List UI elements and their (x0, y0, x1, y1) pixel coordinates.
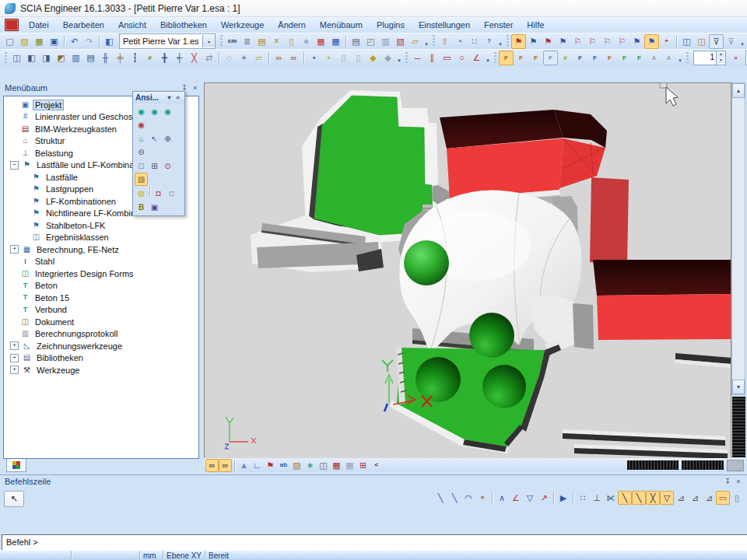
model-book-icon[interactable]: ◫ (317, 459, 330, 472)
project-data-icon[interactable]: ▤ (254, 34, 269, 49)
chevron-down-icon[interactable]: ▾ (165, 94, 174, 101)
render-fill-icon[interactable]: ▨ (290, 459, 303, 472)
collapsed-dark-toolbar-1[interactable] (627, 460, 679, 470)
snap-angle-icon[interactable]: ∧ (495, 491, 509, 505)
mesh-ball-icon[interactable]: ∗ (299, 34, 314, 49)
freeform-a1-icon[interactable]: A (647, 51, 661, 65)
table-input-icon[interactable]: ▦ (328, 34, 343, 49)
menu-bibliotheken[interactable]: Bibliotheken (153, 17, 214, 33)
loadcase-active-icon[interactable]: ⚑ (644, 34, 659, 49)
zoom-selection-icon[interactable]: ⊙ (161, 159, 174, 173)
toolbar-grip[interactable] (405, 52, 408, 65)
snap-intersection-icon[interactable]: ╳ (646, 491, 660, 505)
zoom-window-icon[interactable]: ⊡ (135, 159, 148, 173)
snap-endpoint-icon[interactable]: ╲ (618, 491, 632, 505)
expand-box-icon[interactable]: + (10, 354, 19, 362)
overflow-button[interactable]: ▾ (496, 34, 504, 49)
loadcase-1-icon[interactable]: ⚑ (511, 34, 526, 49)
tree-item-werkzeuge[interactable]: +⚒Werkzeuge (4, 364, 198, 376)
move-node-icon[interactable]: + (659, 34, 674, 49)
member-slab-icon[interactable]: ▥ (68, 51, 83, 65)
freeform-f8-icon[interactable]: F (602, 51, 617, 65)
draw-rectangle-icon[interactable]: ▭ (440, 51, 454, 65)
menu-plugins[interactable]: Plugins (370, 17, 412, 33)
close-icon[interactable]: × (733, 477, 744, 487)
export-icon[interactable]: ⇧ (437, 34, 452, 49)
collapsed-dark-toolbar-2[interactable] (682, 460, 724, 470)
tree-item-verbund[interactable]: TVerbund (4, 304, 198, 317)
gallery-icon[interactable]: ▱ (408, 34, 423, 49)
open-project-icon[interactable]: ▨ (17, 34, 32, 49)
freeform-grid-icon[interactable]: # (558, 51, 573, 65)
view-axo-icon[interactable]: ◉ (135, 118, 148, 131)
dimension-2-icon[interactable]: ▯ (351, 51, 366, 65)
snap-triangle-icon[interactable]: ▽ (523, 491, 537, 505)
save-table-icon[interactable]: ◫ (679, 34, 694, 49)
member-haunch-icon[interactable]: ◩ (54, 51, 68, 65)
close-icon[interactable]: × (190, 83, 201, 93)
snap-midpoint-icon[interactable]: ╲ (632, 491, 646, 505)
tree-item-bibliotheken[interactable]: +▤Bibliotheken (4, 352, 198, 365)
table-gray-icon[interactable]: ▦ (343, 459, 356, 472)
member-plate-icon[interactable]: # (142, 51, 157, 65)
loadcase-2-icon[interactable]: ⚑ (526, 34, 541, 49)
ansicht-toolbar-titlebar[interactable]: Ansi... ▾ × (133, 92, 184, 103)
visibility-filter-on-icon[interactable]: ⊽ (709, 34, 724, 49)
snap-orthopoint-icon[interactable]: ▽ (660, 491, 674, 505)
modify-yellow-icon[interactable]: ◆ (366, 51, 381, 65)
cross-snap-icon[interactable]: ⋉ (604, 491, 618, 505)
freeform-f6-icon[interactable]: F (573, 51, 587, 65)
tree-item-berechnung-fe-netz[interactable]: +▦Berechnung, FE-Netz (4, 243, 198, 256)
member-rib-icon[interactable]: ◨ (39, 51, 54, 65)
light-icon[interactable]: ◍ (135, 187, 148, 200)
table-results-icon[interactable]: ▦ (314, 34, 328, 49)
preview-zoom-icon[interactable]: ◔ (452, 34, 467, 49)
status-units[interactable]: mm (140, 551, 163, 560)
command-input[interactable]: Befehl > (2, 534, 747, 551)
print-preview-icon[interactable]: ◰ (363, 34, 378, 49)
freeform-f1-icon[interactable]: F (499, 51, 514, 65)
add-node-blue-icon[interactable]: + (307, 51, 321, 65)
draw-circle-icon[interactable]: ○ (454, 51, 469, 65)
dot-grid-icon[interactable]: ∷ (467, 34, 482, 49)
scale-spinner-value[interactable]: 1 (694, 51, 716, 65)
render-settings-icon[interactable]: B (135, 201, 148, 214)
zoom-in-icon[interactable]: ⊕ (161, 132, 174, 145)
loadcase-7-icon[interactable]: ⚐ (600, 34, 615, 49)
table-colored-icon[interactable]: ▦ (330, 459, 343, 472)
print-icon[interactable]: ▤ (349, 34, 363, 49)
cursor-snap-settings-icon[interactable]: ▶ (556, 491, 570, 505)
toolbar-grip[interactable] (5, 52, 7, 65)
loadcase-5-icon[interactable]: ⚐ (570, 34, 585, 49)
modify-gray-icon[interactable]: ◆ (381, 51, 395, 65)
tree-item-beton-15[interactable]: TBeton 15 (4, 292, 198, 304)
scale-spinner-arrows[interactable]: ▲▼ (716, 51, 725, 65)
tree-item-beton[interactable]: TBeton (4, 280, 198, 292)
tree-item-stahl[interactable]: IStahl (4, 256, 198, 268)
calculator-icon[interactable]: ▥ (378, 34, 393, 49)
draw-line-icon[interactable]: — (410, 51, 425, 65)
new-document-icon[interactable]: ▢ (2, 34, 17, 49)
freeform-f10-icon[interactable]: F (632, 51, 647, 65)
add-node-yellow-icon[interactable]: + (321, 51, 336, 65)
hatch-red-icon[interactable]: ╳ (187, 51, 202, 65)
grid-colored-icon[interactable]: ⊞ (356, 459, 370, 472)
collapse-box-icon[interactable]: − (10, 161, 19, 170)
dimension-1-icon[interactable]: ▯ (336, 51, 351, 65)
scroll-left-icon[interactable]: < (370, 459, 383, 472)
cursor-mode-button[interactable]: ↖ (4, 491, 24, 507)
grid-snap-icon[interactable]: ∷ (576, 491, 590, 505)
close-icon[interactable]: × (174, 94, 182, 101)
ortho-icon[interactable]: ⊥ (590, 491, 604, 505)
tree-item-ergebnisklassen[interactable]: ◫Ergebnisklassen (4, 232, 198, 244)
status-plane[interactable]: Ebene XY (163, 551, 205, 560)
view-y-icon[interactable]: ◉ (148, 105, 161, 118)
menu-datei[interactable]: Datei (22, 17, 56, 33)
member-wall-icon[interactable]: ▤ (83, 51, 98, 65)
polygon-select-icon[interactable]: ▱ (251, 51, 266, 65)
member-axes-icon[interactable]: ∟ (251, 459, 264, 472)
link-nodes-icon[interactable]: ∞ (272, 51, 286, 65)
mesh-nodes-icon[interactable]: ∗ (303, 459, 317, 472)
xml-export-icon[interactable]: X (269, 34, 284, 49)
view-x-icon[interactable]: ◉ (135, 105, 148, 118)
